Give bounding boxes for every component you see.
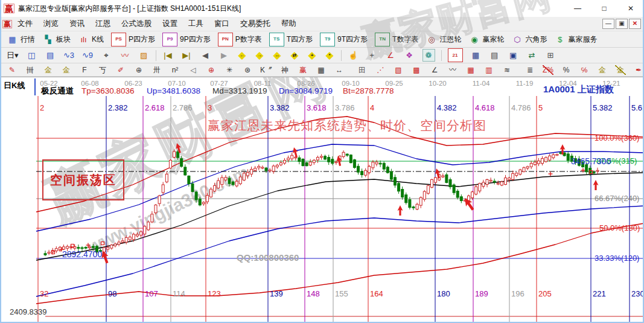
toolbar-candle-pen[interactable]: ✒ (630, 65, 644, 75)
toolbar-gann-circle[interactable]: ⊕ (202, 65, 220, 75)
toolbar-angle-measure[interactable]: ∠ (381, 49, 400, 62)
toolbar-k-quote[interactable]: K〞 (257, 65, 276, 75)
toolbar-crosshair[interactable]: + (363, 49, 381, 62)
toolbar-gann-wheel[interactable]: ◎江恩轮 (422, 33, 465, 46)
toolbar-last-page[interactable]: ▶| (177, 49, 196, 62)
toolbar-kline-period[interactable]: 日▾ (3, 49, 22, 62)
toolbar-scroll-left[interactable]: ◆← (234, 50, 251, 61)
toolbar-gold-seq-1[interactable]: 金 (39, 65, 57, 75)
mdi-minimize-button[interactable]: — (602, 19, 614, 29)
toolbar-sectors[interactable]: ▚板块 (39, 33, 74, 46)
menu-item-7[interactable]: 窗口 (209, 19, 235, 29)
mdi-restore-button[interactable]: ▣ (616, 19, 628, 29)
toolbar-web-circle[interactable]: ⊛ (238, 65, 257, 75)
toolbar-memo[interactable]: ▤ (485, 49, 504, 62)
mdi-close-button[interactable]: ✕ (629, 19, 641, 29)
toolbar-next-page[interactable]: ▶ (215, 49, 234, 62)
toolbar-chart-mode[interactable]: ◫ (22, 49, 41, 62)
toolbar-ying-tool[interactable]: 赢 (294, 65, 312, 75)
toolbar-gold-level[interactable]: 金 (611, 65, 630, 75)
toolbar-cycle-tool[interactable]: 丂 (94, 65, 112, 75)
toolbar-dense-grid[interactable]: ▦ (462, 65, 480, 75)
toolbar-vol-bars[interactable]: ≣ (521, 65, 539, 75)
menu-item-6[interactable]: 工具 (183, 19, 209, 29)
toolbar-gann-fan[interactable]: ⋰ (371, 65, 389, 75)
toolbar-calculator[interactable]: ▦ (467, 49, 485, 62)
channel-bt: Bt=2878.7778 (343, 87, 394, 95)
toolbar-marker-tool[interactable]: ⌖ (97, 49, 116, 62)
toolbar-9t-square[interactable]: T99T四方形 (316, 32, 371, 47)
toolbar-grid-tool[interactable]: ▦ (312, 65, 330, 75)
toolbar-fib-f[interactable]: F (75, 65, 94, 75)
toolbar-zigzag[interactable]: 〰 (444, 65, 462, 75)
toolbar-quotes[interactable]: ▦行情 (3, 33, 39, 46)
toolbar-9p-square[interactable]: P99P四方形 (159, 32, 214, 47)
toolbar-tick-row[interactable]: 卅 (148, 65, 166, 75)
menu-item-3[interactable]: 江恩 (90, 19, 116, 29)
menu-item-8[interactable]: 交易委托 (235, 19, 276, 29)
close-button[interactable]: ✕ (617, 0, 644, 17)
title-bar: 赢 赢家江恩专业版[赢家内部服务平台] - [上证指数 SH1A0001-151… (0, 0, 644, 17)
toolbar-expand-h[interactable]: ◆↔ (269, 50, 286, 61)
toolbar-ma-9[interactable]: ∿9 (78, 49, 97, 62)
toolbar-t-square[interactable]: TST四方形 (266, 32, 316, 47)
minimize-button[interactable]: — (564, 0, 591, 17)
toolbar-scroll-right[interactable]: ◆→ (251, 50, 269, 61)
toolbar-n-squared[interactable]: n² (166, 65, 184, 75)
toolbar-brush[interactable]: ✎ (3, 65, 21, 75)
menu-item-9[interactable]: 帮助 (276, 19, 302, 29)
toolbar-zoom-out[interactable]: ◆* (321, 50, 339, 61)
toolbar-calendar[interactable]: 21 (444, 48, 467, 63)
winner-wheel-label: 赢家轮 (482, 34, 504, 45)
menu-item-4[interactable]: 公式选股 (116, 19, 157, 29)
toolbar-t-number-table[interactable]: TNT数字表 (371, 32, 422, 47)
maximize-button[interactable]: □ (591, 0, 617, 17)
kline-chart-canvas[interactable]: 赢家财富网 www.yingjia360.com 100.0%(360)87.5… (0, 77, 644, 323)
toolbar-shen-tool[interactable]: 神 (276, 65, 294, 75)
menu-item-1[interactable]: 浏览 (38, 19, 64, 29)
toolbar-color-trend[interactable]: ▨ (135, 49, 153, 62)
toolbar-ma-3[interactable]: ∿3 (60, 49, 78, 62)
toolbar-gann-box[interactable]: ▧ (389, 65, 407, 75)
toolbar-data-export[interactable]: ⇄ (523, 49, 541, 62)
toolbar-angle-line[interactable]: ∠ (426, 65, 444, 75)
toolbar-percent-z[interactable]: Z% (539, 65, 557, 75)
toolbar-shrink-h[interactable]: ◆⇄ (286, 50, 304, 61)
toolbar-width-arrow[interactable]: ↔ (330, 65, 348, 75)
toolbar-window-box[interactable]: 田 (353, 65, 371, 75)
toolbar-pc-sync[interactable]: ⊞ (541, 49, 560, 62)
toolbar-star-circle[interactable]: ✳ (220, 65, 238, 75)
toolbar-flag[interactable]: ◁ (184, 65, 202, 75)
toolbar-parallel-lines[interactable]: ≋ (498, 65, 516, 75)
toolbar-bar-grid[interactable]: ▥ (480, 65, 498, 75)
toolbar-first-page[interactable]: |◀ (159, 49, 177, 62)
toolbar-percent-line[interactable]: ℅ (575, 65, 593, 75)
toolbar-winner-wheel[interactable]: ◉赢家轮 (465, 33, 508, 46)
toolbar-save[interactable]: ▣ (504, 49, 523, 62)
sectors-icon: ▚ (42, 34, 54, 45)
toolbar-brush-measure[interactable]: ✐ (112, 65, 130, 75)
toolbar-smart-select[interactable]: ❁ (419, 48, 439, 62)
toolbar-p-number-table[interactable]: PNP数字表 (214, 32, 266, 47)
toolbar-gold-circle[interactable]: 金 (593, 65, 611, 75)
toolbar-tick-ruler[interactable]: 卌 (21, 65, 39, 75)
toolbar-prev-page[interactable]: ◀ (196, 49, 215, 62)
toolbar-pan-hand[interactable]: ☝ (344, 49, 363, 62)
menu-item-5[interactable]: 设置 (157, 19, 183, 29)
toolbar-kline[interactable]: ılıK线 (74, 33, 107, 46)
toolbar-winner-service[interactable]: $赢家服务 (550, 33, 601, 46)
toolbar-gold-seq-2[interactable]: 金 (57, 65, 75, 75)
quotes-icon: ▦ (7, 34, 18, 45)
menu-item-2[interactable]: 资讯 (64, 19, 90, 29)
toolbar-hexagon[interactable]: ⬡六角形 (508, 33, 550, 46)
toolbar-pattern-stamp[interactable]: ❖ (400, 49, 419, 62)
toolbar-price-grid[interactable]: ▩ (407, 65, 426, 75)
menu-item-0[interactable]: 文件 (12, 19, 38, 29)
gann-count-label-8: 164 (370, 290, 383, 298)
toolbar-percent[interactable]: % (557, 65, 575, 75)
toolbar-time-clock[interactable]: ⊕ (130, 65, 148, 75)
toolbar-wave-red[interactable]: 〰 (116, 49, 135, 62)
toolbar-zoom-in[interactable]: ◆+ (304, 50, 321, 61)
toolbar-info-panel[interactable]: ▤ (41, 49, 60, 62)
toolbar-p-square[interactable]: PSP四方形 (107, 32, 159, 47)
